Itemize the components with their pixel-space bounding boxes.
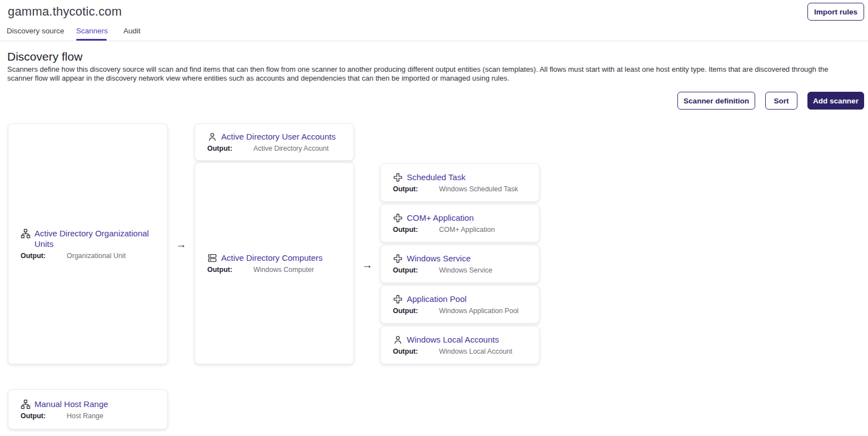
add-scanner-button[interactable]: Add scanner (807, 92, 864, 110)
output-label: Output: (393, 307, 439, 315)
output-label: Output: (393, 348, 439, 356)
output-label: Output: (21, 412, 67, 420)
scanner-link-scheduled-task[interactable]: Scheduled Task (407, 172, 466, 182)
tab-scanners[interactable]: Scanners (76, 27, 108, 35)
scanner-link-manual-host-range[interactable]: Manual Host Range (34, 399, 108, 409)
output-value: Active Directory Account (253, 145, 328, 153)
import-rules-button[interactable]: Import rules (807, 3, 864, 21)
output-value: Organizational Unit (67, 252, 126, 260)
dependency-icon (393, 172, 403, 182)
scanner-card-windows-local-accounts[interactable]: Windows Local Accounts Output: Windows L… (380, 326, 540, 364)
scanner-card-ad-user-accounts[interactable]: Active Directory User Accounts Output: A… (194, 123, 354, 161)
flow-arrow-right-icon: → (175, 239, 187, 251)
section-heading: Discovery flow (7, 50, 82, 63)
dependency-icon (393, 294, 403, 304)
person-icon (393, 335, 403, 345)
scanner-link-ad-user-accounts[interactable]: Active Directory User Accounts (221, 131, 336, 142)
scanner-card-com-application[interactable]: COM+ Application Output: COM+ Applicatio… (380, 204, 540, 242)
scanner-card-application-pool[interactable]: Application Pool Output: Windows Applica… (380, 285, 540, 324)
output-value: COM+ Application (439, 226, 495, 234)
scanner-card-ad-organizational-units[interactable]: Active Directory Organizational Units Ou… (8, 123, 168, 364)
dependency-icon (393, 213, 403, 223)
output-value: Host Range (67, 412, 103, 420)
scanner-link-windows-local-accounts[interactable]: Windows Local Accounts (407, 334, 499, 345)
sort-button[interactable]: Sort (765, 92, 797, 110)
scanner-card-windows-service[interactable]: Windows Service Output: Windows Service (380, 245, 540, 283)
tab-audit[interactable]: Audit (123, 27, 141, 35)
dependency-icon (393, 254, 403, 264)
scanner-card-manual-host-range[interactable]: Manual Host Range Output: Host Range (8, 389, 168, 429)
output-value: Windows Local Account (439, 348, 512, 356)
scanner-link-com-application[interactable]: COM+ Application (407, 212, 473, 223)
scanner-link-ad-computers[interactable]: Active Directory Computers (221, 252, 323, 263)
output-label: Output: (393, 226, 439, 234)
scanner-link-ad-organizational-units[interactable]: Active Directory Organizational Units (34, 228, 155, 249)
output-value: Windows Scheduled Task (439, 185, 518, 194)
scanner-link-application-pool[interactable]: Application Pool (407, 294, 467, 304)
output-value: Windows Application Pool (439, 307, 518, 315)
tabs-divider (0, 41, 868, 41)
server-icon (207, 253, 217, 263)
output-value: Windows Service (439, 266, 492, 275)
scanner-definition-button[interactable]: Scanner definition (677, 92, 755, 110)
output-label: Output: (21, 252, 67, 260)
scanner-link-windows-service[interactable]: Windows Service (407, 253, 471, 264)
scanner-card-scheduled-task[interactable]: Scheduled Task Output: Windows Scheduled… (380, 164, 540, 202)
page-title: gamma.thycotic.com (8, 4, 122, 19)
output-label: Output: (207, 266, 253, 274)
section-description: Scanners define how this discovery sourc… (7, 65, 850, 83)
output-label: Output: (393, 185, 439, 194)
output-label: Output: (393, 266, 439, 275)
sitemap-icon (21, 229, 31, 239)
scanner-card-ad-computers[interactable]: Active Directory Computers Output: Windo… (194, 162, 354, 364)
output-label: Output: (207, 145, 253, 153)
output-value: Windows Computer (253, 266, 314, 274)
person-icon (207, 132, 217, 142)
flow-arrow-right-icon: → (361, 259, 373, 271)
sitemap-icon (21, 399, 31, 409)
discovery-flow-page: gamma.thycotic.com Import rules Discover… (0, 0, 868, 436)
tab-discovery-source[interactable]: Discovery source (7, 27, 64, 35)
